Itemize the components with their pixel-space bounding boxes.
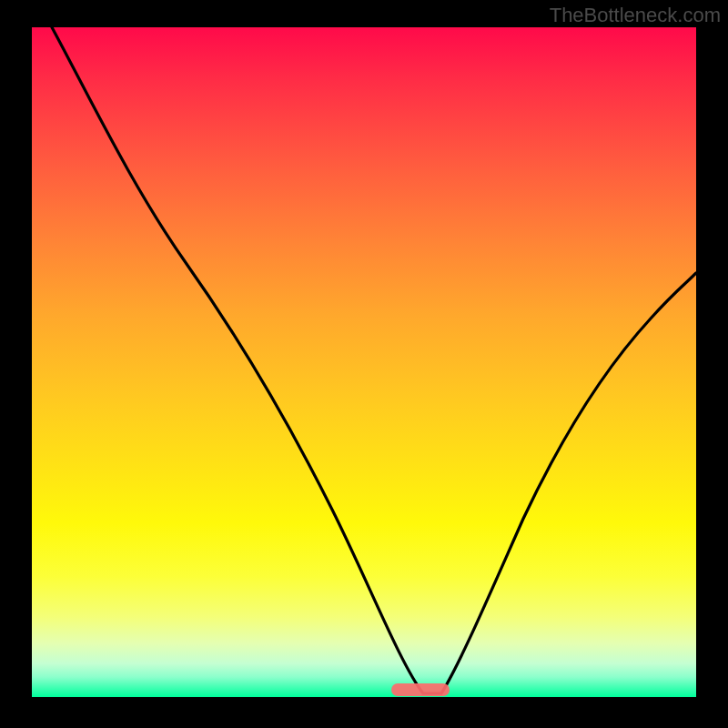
bottleneck-curve — [32, 27, 696, 697]
plot-area — [32, 27, 696, 697]
chart-frame: TheBottleneck.com — [0, 0, 728, 728]
watermark-text: TheBottleneck.com — [550, 4, 721, 27]
bottleneck-marker — [391, 683, 450, 696]
curve-path — [52, 27, 696, 693]
